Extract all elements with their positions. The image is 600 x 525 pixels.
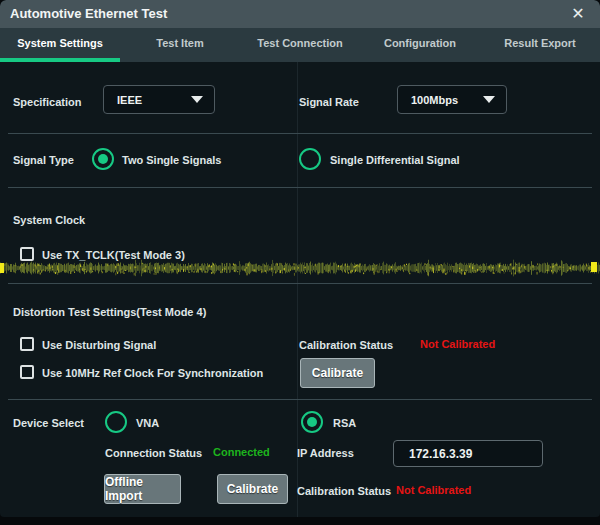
system-clock-label: System Clock	[13, 213, 85, 227]
separator	[8, 133, 592, 134]
radio-dot	[111, 417, 121, 427]
tab-system-settings[interactable]: System Settings	[0, 28, 120, 62]
connection-status-label: Connection Status	[105, 446, 202, 460]
distortion-calibration-status-value: Not Calibrated	[420, 338, 495, 350]
close-icon[interactable]: ✕	[564, 0, 592, 28]
device-calibrate-button[interactable]: Calibrate	[217, 474, 288, 504]
radio-rsa[interactable]	[301, 411, 323, 433]
tab-configuration[interactable]: Configuration	[360, 28, 480, 62]
separator	[8, 283, 592, 284]
radio-single-differential-signal[interactable]	[299, 148, 321, 170]
dialog-title: Automotive Ethernet Test	[10, 0, 167, 28]
separator	[8, 187, 592, 188]
tab-result-export[interactable]: Result Export	[480, 28, 600, 62]
scope-noise-trace	[0, 256, 600, 278]
radio-vna[interactable]	[105, 411, 127, 433]
disturbing-signal-checkbox[interactable]	[20, 337, 34, 351]
device-calibration-status-value: Not Calibrated	[396, 484, 471, 496]
tab-bar: System Settings Test Item Test Connectio…	[0, 28, 600, 62]
signal-rate-value: 100Mbps	[398, 94, 483, 106]
refclock-label: Use 10MHz Ref Clock For Synchronization	[42, 366, 263, 380]
separator	[8, 399, 592, 400]
device-select-label: Device Select	[13, 416, 84, 430]
chevron-down-icon	[191, 96, 203, 103]
title-bar: Automotive Ethernet Test ✕	[0, 0, 600, 28]
radio-dot	[98, 154, 108, 164]
automotive-ethernet-test-dialog: Automotive Ethernet Test ✕ System Settin…	[0, 0, 600, 517]
ip-address-input[interactable]	[393, 440, 543, 467]
signal-rate-label: Signal Rate	[299, 95, 359, 109]
chevron-down-icon	[483, 96, 495, 103]
specification-dropdown[interactable]: IEEE	[103, 85, 215, 114]
rsa-label: RSA	[333, 416, 356, 430]
ip-address-label: IP Address	[297, 446, 354, 460]
single-differential-signal-label: Single Differential Signal	[330, 153, 460, 167]
offline-import-button[interactable]: Offline Import	[104, 474, 181, 504]
disturbing-signal-label: Use Disturbing Signal	[42, 338, 156, 352]
two-single-signals-label: Two Single Signals	[122, 153, 221, 167]
radio-dot	[305, 154, 315, 164]
distortion-calibrate-button[interactable]: Calibrate	[300, 358, 375, 388]
signal-rate-dropdown[interactable]: 100Mbps	[397, 85, 507, 114]
tab-test-item[interactable]: Test Item	[120, 28, 240, 62]
tab-test-connection[interactable]: Test Connection	[240, 28, 360, 62]
radio-dot	[307, 417, 317, 427]
connection-status-value: Connected	[213, 446, 270, 458]
device-calibration-status-label: Calibration Status	[297, 484, 391, 498]
refclock-checkbox[interactable]	[20, 365, 34, 379]
specification-label: Specification	[13, 95, 81, 109]
distortion-settings-label: Distortion Test Settings(Test Mode 4)	[13, 305, 206, 319]
distortion-calibration-status-label: Calibration Status	[299, 338, 393, 352]
specification-value: IEEE	[104, 94, 191, 106]
vna-label: VNA	[136, 416, 159, 430]
radio-two-single-signals[interactable]	[92, 148, 114, 170]
signal-type-label: Signal Type	[13, 153, 74, 167]
